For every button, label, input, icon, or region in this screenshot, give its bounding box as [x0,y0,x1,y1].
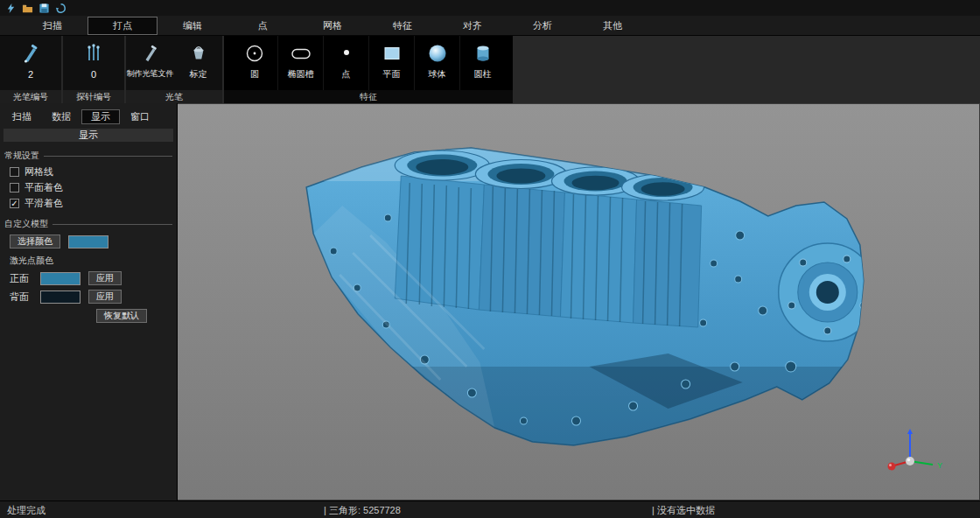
restore-row: 恢复默认 [0,309,147,323]
menu-tab-point[interactable]: 点 [228,17,298,34]
ribbon-group-feature: 圆 椭圆槽 点 平面 [224,36,513,103]
sidebar: 扫描 数据 显示 窗口 显示 常规设置 网格线 平面着色 ✓ 平滑着色 自定义模… [0,103,178,500]
plane-feature-label: 平面 [383,68,401,80]
status-state: 处理完成 [7,504,46,517]
cylinder-feature-label: 圆柱 [474,68,492,80]
ribbon: 2 光笔编号 0 探针编号 [0,36,980,103]
make-lightpen-file-label: 制作光笔文件 [127,68,174,80]
sphere-feature-button[interactable]: 球体 [414,36,459,90]
sidebar-tab-display[interactable]: 显示 [81,109,120,124]
feature-group-label: 特征 [224,90,513,103]
model-color-swatch [68,235,108,248]
point-icon [336,40,357,66]
restore-default-button[interactable]: 恢复默认 [96,309,147,323]
general-settings-title: 常规设置 [4,150,172,162]
menu-tab-align[interactable]: 对齐 [438,17,508,34]
ribbon-group-lightpen-number: 2 光笔编号 [0,36,61,103]
flat-shading-row: 平面着色 [10,181,177,194]
back-label: 背面 [10,290,32,304]
lightpen-number-value: 2 [28,69,33,80]
status-selection: | 没有选中数据 [652,504,715,517]
select-color-button[interactable]: 选择颜色 [10,234,60,248]
menu-tab-mesh[interactable]: 网格 [298,17,368,34]
custom-model-title: 自定义模型 [4,218,172,230]
axes-gizmo[interactable]: Y [871,426,949,482]
menu-tab-scan[interactable]: 扫描 [18,17,88,34]
sync-icon[interactable] [54,2,66,14]
probe-number-tool[interactable]: 0 [83,36,104,90]
back-apply-button[interactable]: 应用 [88,290,122,304]
plane-icon [382,40,402,66]
menu-tab-other[interactable]: 其他 [578,17,648,34]
back-color-swatch[interactable] [40,290,80,304]
calibration-icon [189,40,208,66]
back-color-row: 背面 应用 [10,290,177,304]
slot-icon [290,40,312,66]
slot-feature-button[interactable]: 椭圆槽 [277,36,323,90]
lightpen-number-label: 光笔编号 [0,90,61,103]
save-icon[interactable] [38,2,50,14]
point-feature-button[interactable]: 点 [323,36,368,90]
folder-icon[interactable] [21,2,33,14]
sidebar-tab-scan[interactable]: 扫描 [3,109,41,124]
slot-feature-label: 椭圆槽 [288,68,314,80]
sidebar-tabs: 扫描 数据 显示 窗口 [3,109,177,124]
lightpen-number-tool[interactable]: 2 [20,36,41,90]
gridlines-label: 网格线 [24,165,53,178]
cylinder-feature-button[interactable]: 圆柱 [459,36,505,90]
circle-feature-label: 圆 [250,68,259,80]
sidebar-tab-window[interactable]: 窗口 [121,109,159,124]
circle-icon [244,40,265,66]
status-bar: 处理完成 | 三角形: 5257728 | 没有选中数据 [0,500,980,518]
menu-tab-feature[interactable]: 特征 [368,17,438,34]
calibration-label: 标定 [190,68,207,80]
menu-tab-marking[interactable]: 打点 [88,17,158,35]
menu-tab-analysis[interactable]: 分析 [508,17,578,34]
cylinder-icon [472,40,494,66]
smooth-shading-label: 平滑着色 [24,197,63,210]
viewport-3d[interactable]: Y [178,103,980,500]
ribbon-group-probe-number: 0 探针编号 [63,36,124,103]
select-color-row: 选择颜色 [10,234,177,248]
make-lightpen-file-button[interactable]: 制作光笔文件 [126,36,174,90]
lightpen-icon [20,40,41,66]
laser-point-color-label: 激光点颜色 [10,255,177,267]
engine-block-model[interactable] [178,104,979,500]
calibration-button[interactable]: 标定 [174,36,222,90]
flat-shading-label: 平面着色 [24,181,63,194]
flat-shading-checkbox[interactable] [10,183,19,192]
front-label: 正面 [10,272,32,285]
probe-icon [83,40,104,66]
front-apply-button[interactable]: 应用 [88,271,122,285]
plane-feature-button[interactable]: 平面 [368,36,414,90]
point-feature-label: 点 [342,68,351,80]
smooth-shading-checkbox[interactable]: ✓ [10,199,19,208]
y-axis-label: Y [937,461,942,470]
main-area: 扫描 数据 显示 窗口 显示 常规设置 网格线 平面着色 ✓ 平滑着色 自定义模… [0,103,980,500]
lightpen-group-label: 光笔 [126,90,222,103]
titlebar [0,0,980,16]
circle-feature-button[interactable]: 圆 [232,36,277,90]
menu-tab-edit[interactable]: 编辑 [158,17,228,34]
sphere-feature-label: 球体 [429,68,446,80]
app-window: 扫描 打点 编辑 点 网格 特征 对齐 分析 其他 2 光笔编号 [0,0,980,518]
flash-icon[interactable] [4,2,17,14]
status-triangle-count: | 三角形: 5257728 [324,504,401,517]
probe-number-value: 0 [91,69,96,80]
menu-bar: 扫描 打点 编辑 点 网格 特征 对齐 分析 其他 [0,16,980,36]
gridlines-checkbox[interactable] [10,167,19,177]
pen-file-icon [141,40,160,66]
sphere-icon [427,40,448,66]
ribbon-group-lightpen: 制作光笔文件 标定 光笔 [126,36,222,103]
smooth-shading-row: ✓ 平滑着色 [10,197,177,210]
probe-number-label: 探针编号 [63,90,124,103]
gridlines-row: 网格线 [10,165,177,178]
front-color-row: 正面 应用 [10,271,177,285]
front-color-swatch[interactable] [40,272,80,285]
display-panel-header: 显示 [4,129,173,142]
sidebar-tab-data[interactable]: 数据 [42,109,80,124]
